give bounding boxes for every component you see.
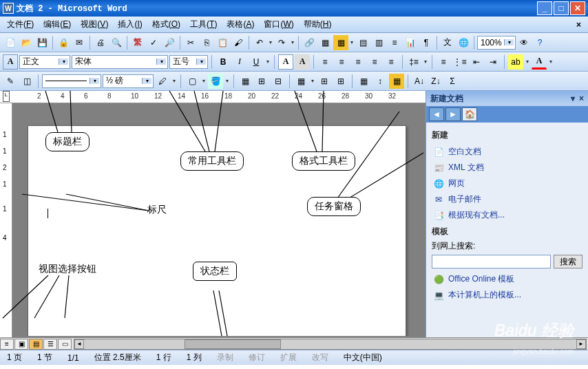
distribute-rows-button[interactable]: ⊞: [317, 74, 332, 89]
line-style-dropdown[interactable]: ▾: [90, 78, 99, 84]
thesaurus-button[interactable]: 🔎: [162, 35, 177, 50]
draw-table-button[interactable]: ✎: [3, 74, 18, 89]
text-direction-button[interactable]: ↕: [372, 74, 388, 89]
permission-button[interactable]: 🔒: [56, 35, 71, 50]
menu-view[interactable]: 视图(V): [76, 17, 112, 32]
horizontal-scrollbar[interactable]: ◄ ►: [74, 339, 587, 350]
autosum-button[interactable]: Σ: [445, 74, 460, 89]
align-top-button[interactable]: ▦: [293, 74, 308, 89]
status-overtype[interactable]: 改写: [309, 352, 331, 363]
taskpane-item-blank-doc[interactable]: 📄空白文档: [432, 144, 582, 160]
autoformat-button[interactable]: ▦: [356, 74, 371, 89]
format-painter-button[interactable]: 🖌: [231, 35, 246, 50]
numbering-button[interactable]: ≡: [436, 54, 451, 70]
menu-tools[interactable]: 工具(T): [186, 17, 221, 32]
normal-view-button[interactable]: ≡: [0, 339, 14, 350]
line-style-combo[interactable]: ▾: [42, 74, 101, 88]
taskpane-search-input[interactable]: [432, 255, 551, 268]
decrease-indent-button[interactable]: ⇤: [469, 54, 484, 70]
font-dropdown[interactable]: ▾: [156, 59, 166, 65]
spellcheck-button[interactable]: 繁: [130, 35, 145, 50]
print-layout-view-button[interactable]: ▤: [29, 339, 43, 350]
menu-insert[interactable]: 插入(I): [114, 17, 146, 32]
shading-dropdown[interactable]: ▾: [224, 78, 230, 84]
highlight-dropdown[interactable]: ▾: [525, 59, 530, 65]
reading-view-button[interactable]: ▭: [58, 339, 72, 350]
taskpane-search-button[interactable]: 搜索: [554, 255, 582, 268]
increase-indent-button[interactable]: ⇥: [485, 54, 501, 70]
new-button[interactable]: 📄: [3, 35, 18, 50]
borders-dropdown[interactable]: ▾: [201, 78, 207, 84]
outline-view-button[interactable]: ☰: [43, 339, 57, 350]
table-dropdown[interactable]: ▾: [349, 39, 355, 45]
taskpane-item-from-existing[interactable]: 📑根据现有文档...: [432, 207, 582, 223]
align-right-button[interactable]: ≡: [350, 54, 366, 70]
cut-button[interactable]: ✂: [183, 35, 198, 50]
cell-align-dropdown[interactable]: ▾: [310, 78, 315, 84]
line-weight-dropdown[interactable]: ▾: [142, 78, 151, 84]
bullets-button[interactable]: ⋮≡: [452, 54, 468, 70]
status-track[interactable]: 修订: [246, 352, 268, 363]
change-direction-button[interactable]: ▦: [389, 74, 404, 89]
help-button[interactable]: ?: [532, 35, 547, 50]
taskpane-back-button[interactable]: ◄: [429, 107, 444, 121]
insert-table-button[interactable]: ▦: [333, 35, 348, 50]
sort-asc-button[interactable]: A↓: [412, 74, 427, 89]
distribute-cols-button[interactable]: ⊞: [333, 74, 348, 89]
taskpane-item-xml-doc[interactable]: 📰XML 文档: [432, 160, 582, 176]
sort-desc-button[interactable]: Z↓: [428, 74, 443, 89]
distribute-button[interactable]: ≡: [384, 54, 399, 70]
split-cells-button[interactable]: ⊟: [271, 74, 286, 89]
excel-button[interactable]: ▤: [355, 35, 370, 50]
char-border-button[interactable]: A: [278, 54, 293, 70]
save-button[interactable]: 💾: [34, 35, 50, 50]
drawing-button[interactable]: ≡: [387, 35, 402, 50]
underline-button[interactable]: U: [249, 54, 264, 70]
taskpane-dropdown-icon[interactable]: ▾: [571, 94, 575, 103]
insert-table2-button[interactable]: ▦: [238, 74, 253, 89]
scroll-right-arrow[interactable]: ►: [576, 339, 586, 349]
taskpane-item-email[interactable]: ✉电子邮件: [432, 191, 582, 207]
bold-button[interactable]: B: [216, 54, 231, 70]
menu-edit[interactable]: 编辑(E): [39, 17, 75, 32]
undo-dropdown[interactable]: ▾: [268, 39, 273, 45]
show-formatting-button[interactable]: ¶: [419, 35, 434, 50]
zoom-dropdown[interactable]: ▾: [504, 39, 514, 45]
print-button[interactable]: 🖨: [93, 35, 108, 50]
align-justify-button[interactable]: ≡: [367, 54, 382, 70]
docmap-button[interactable]: 📊: [403, 35, 418, 50]
style-dropdown[interactable]: ▾: [59, 59, 68, 65]
line-spacing-dropdown[interactable]: ▾: [423, 59, 428, 65]
eraser-button[interactable]: ◫: [19, 74, 34, 89]
size-combo[interactable]: 五号 ▾: [169, 55, 208, 69]
taskpane-item-office-online[interactable]: 🟢Office Online 模板: [432, 271, 582, 287]
styles-pane-button[interactable]: A: [3, 54, 18, 70]
menu-table[interactable]: 表格(A): [222, 17, 258, 32]
menu-format[interactable]: 格式(O): [148, 17, 185, 32]
zoom-combo[interactable]: 100% ▾: [477, 36, 516, 50]
tab-type-marker[interactable]: L: [3, 91, 10, 102]
taskpane-close-icon[interactable]: ×: [579, 94, 584, 103]
italic-button[interactable]: I: [232, 54, 247, 70]
status-extend[interactable]: 扩展: [277, 352, 300, 363]
shading-color-button[interactable]: 🪣: [208, 74, 223, 89]
menu-help[interactable]: 帮助(H): [300, 17, 336, 32]
font-color-dropdown[interactable]: ▾: [548, 59, 554, 65]
research-button[interactable]: ✓: [146, 35, 161, 50]
taskpane-item-local-templates[interactable]: 💻本计算机上的模板...: [432, 287, 582, 303]
taskpane-home-button[interactable]: 🏠: [462, 107, 477, 121]
menu-window[interactable]: 窗口(W): [260, 17, 297, 32]
minimize-button[interactable]: _: [537, 1, 552, 15]
close-button[interactable]: ✕: [570, 1, 585, 15]
redo-dropdown[interactable]: ▾: [290, 39, 295, 45]
align-center-button[interactable]: ≡: [334, 54, 349, 70]
line-weight-combo[interactable]: ½ 磅 ▾: [103, 74, 154, 88]
status-record[interactable]: 录制: [214, 352, 236, 363]
copy-button[interactable]: ⎘: [199, 35, 214, 50]
merge-cells-button[interactable]: ⊞: [254, 74, 269, 89]
status-language[interactable]: 中文(中国): [341, 352, 385, 363]
hyperlink-button[interactable]: 🔗: [302, 35, 317, 50]
columns-button[interactable]: ▥: [371, 35, 386, 50]
mdi-close-button[interactable]: ×: [572, 20, 585, 30]
translate-button[interactable]: 🌐: [456, 35, 471, 50]
